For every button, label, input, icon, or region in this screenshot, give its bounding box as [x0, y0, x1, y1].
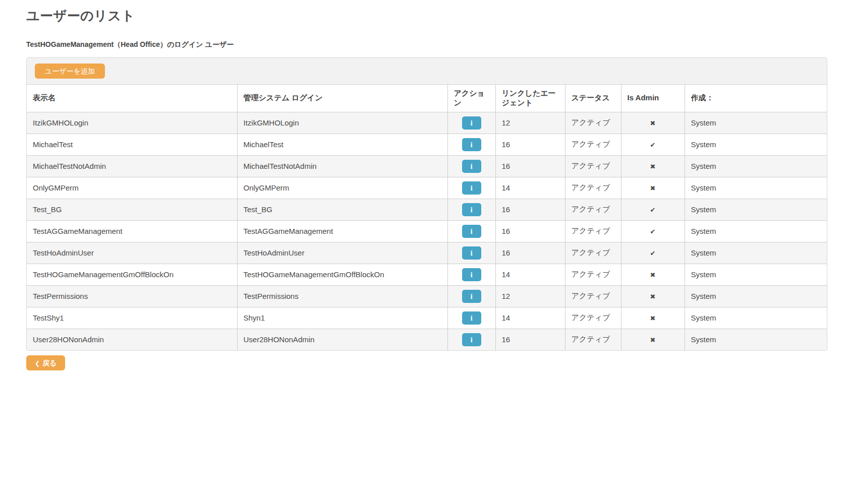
cell-status: アクティブ [565, 264, 621, 285]
cell-is-admin: ✖ [621, 264, 685, 285]
cell-display-name: TestHoAdminUser [27, 242, 237, 264]
info-button[interactable]: i [462, 333, 481, 346]
info-button[interactable]: i [462, 311, 481, 325]
cell-action: i [447, 285, 495, 307]
cell-login: OnlyGMPerm [237, 177, 447, 199]
cell-action: i [447, 264, 495, 285]
cell-linked-agents: 12 [495, 285, 565, 307]
column-header-is-admin: Is Admin [621, 85, 685, 112]
info-button[interactable]: i [462, 225, 481, 238]
users-page: ユーザーのリスト TestHOGameManagement（Head Offic… [26, 7, 827, 370]
table-header-row: 表示名管理システム ログインアクションリンクしたエージェントステータスIs Ad… [27, 85, 827, 112]
info-button[interactable]: i [462, 116, 481, 130]
cell-created: System [685, 199, 827, 220]
check-icon: ✔ [650, 206, 656, 214]
cell-linked-agents: 12 [495, 112, 565, 134]
cell-login: MichaelTest [237, 134, 447, 155]
cell-created: System [685, 264, 827, 285]
cell-linked-agents: 14 [495, 307, 565, 329]
cell-status: アクティブ [565, 285, 621, 307]
cell-display-name: OnlyGMPerm [27, 177, 237, 199]
cell-linked-agents: 14 [495, 264, 565, 285]
cell-login: ItzikGMHOLogin [237, 112, 447, 134]
cell-display-name: TestPermissions [27, 285, 237, 307]
cell-is-admin: ✖ [621, 155, 685, 177]
cell-display-name: TestAGGameManagement [27, 220, 237, 242]
cell-is-admin: ✔ [621, 242, 685, 264]
cell-action: i [447, 307, 495, 329]
cell-is-admin: ✖ [621, 329, 685, 350]
cell-display-name: TestShy1 [27, 307, 237, 329]
back-button-label: 戻る [42, 359, 56, 367]
cell-created: System [685, 329, 827, 350]
table-row: MichaelTestNotAdminMichaelTestNotAdmini1… [27, 155, 827, 177]
cell-linked-agents: 16 [495, 329, 565, 350]
cell-login: TestHoAdminUser [237, 242, 447, 264]
cell-display-name: TestHOGameManagementGmOffBlockOn [27, 264, 237, 285]
table-row: TestPermissionsTestPermissionsi12アクティブ✖S… [27, 285, 827, 307]
cell-status: アクティブ [565, 112, 621, 134]
table-row: OnlyGMPermOnlyGMPermi14アクティブ✖System [27, 177, 827, 199]
cross-icon: ✖ [650, 314, 656, 322]
cell-linked-agents: 16 [495, 242, 565, 264]
users-table: 表示名管理システム ログインアクションリンクしたエージェントステータスIs Ad… [27, 85, 827, 350]
info-button[interactable]: i [462, 268, 481, 281]
info-button[interactable]: i [462, 203, 481, 216]
table-row: TestAGGameManagementTestAGGameManagement… [27, 220, 827, 242]
table-row: TestShy1Shyn1i14アクティブ✖System [27, 307, 827, 329]
cell-login: MichaelTestNotAdmin [237, 155, 447, 177]
cell-linked-agents: 16 [495, 134, 565, 155]
cell-action: i [447, 329, 495, 350]
page-subtitle: TestHOGameManagement（Head Office）のログイン ユ… [26, 40, 827, 49]
cell-created: System [685, 285, 827, 307]
cell-status: アクティブ [565, 329, 621, 350]
cross-icon: ✖ [650, 119, 656, 127]
cell-login: Test_BG [237, 199, 447, 220]
cell-is-admin: ✖ [621, 307, 685, 329]
cell-created: System [685, 112, 827, 134]
column-header-login: 管理システム ログイン [237, 85, 447, 112]
table-row: Test_BGTest_BGi16アクティブ✔System [27, 199, 827, 220]
info-button[interactable]: i [462, 290, 481, 303]
cell-display-name: MichaelTestNotAdmin [27, 155, 237, 177]
cell-created: System [685, 155, 827, 177]
cell-login: TestAGGameManagement [237, 220, 447, 242]
cross-icon: ✖ [650, 336, 656, 344]
cell-action: i [447, 220, 495, 242]
cell-display-name: Test_BG [27, 199, 237, 220]
cell-status: アクティブ [565, 134, 621, 155]
check-icon: ✔ [650, 228, 656, 235]
cell-display-name: MichaelTest [27, 134, 237, 155]
info-button[interactable]: i [462, 181, 481, 195]
column-header-status: ステータス [565, 85, 621, 112]
cell-is-admin: ✖ [621, 177, 685, 199]
cell-action: i [447, 177, 495, 199]
page-title: ユーザーのリスト [26, 7, 827, 25]
column-header-created: 作成： [685, 85, 827, 112]
cell-display-name: ItzikGMHOLogin [27, 112, 237, 134]
info-button[interactable]: i [462, 160, 481, 173]
column-header-action: アクション [447, 85, 495, 112]
table-row: MichaelTestMichaelTesti16アクティブ✔System [27, 134, 827, 155]
back-button[interactable]: ❮戻る [26, 355, 65, 370]
table-row: TestHOGameManagementGmOffBlockOnTestHOGa… [27, 264, 827, 285]
cell-created: System [685, 220, 827, 242]
cross-icon: ✖ [650, 271, 656, 279]
cell-login: User28HONonAdmin [237, 329, 447, 350]
table-row: ItzikGMHOLoginItzikGMHOLogini12アクティブ✖Sys… [27, 112, 827, 134]
cell-linked-agents: 16 [495, 220, 565, 242]
cell-created: System [685, 307, 827, 329]
cell-status: アクティブ [565, 199, 621, 220]
add-user-button[interactable]: ユーザーを追加 [35, 64, 105, 79]
chevron-left-icon: ❮ [35, 360, 40, 367]
cell-status: アクティブ [565, 155, 621, 177]
cell-is-admin: ✔ [621, 199, 685, 220]
info-button[interactable]: i [462, 138, 481, 151]
cell-action: i [447, 242, 495, 264]
info-button[interactable]: i [462, 246, 481, 260]
cell-login: TestPermissions [237, 285, 447, 307]
cell-login: TestHOGameManagementGmOffBlockOn [237, 264, 447, 285]
cross-icon: ✖ [650, 184, 656, 192]
cell-is-admin: ✔ [621, 134, 685, 155]
check-icon: ✔ [650, 249, 656, 257]
